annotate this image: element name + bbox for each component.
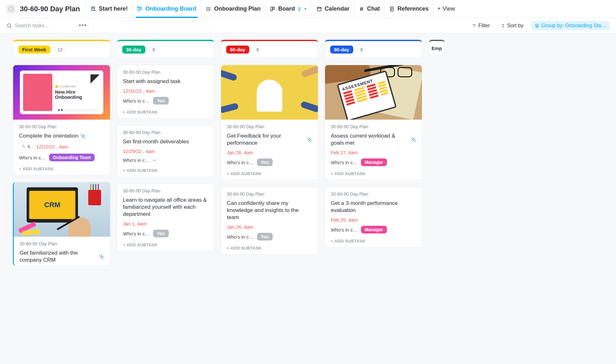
svg-point-14 [23, 145, 23, 145]
card-folder: 30-60-90 Day Plan [227, 191, 312, 197]
svg-rect-4 [140, 7, 142, 10]
card-cover-image: CRM [14, 182, 110, 237]
group-by-button[interactable]: Group by: Onboarding Sta… [532, 21, 610, 30]
task-card[interactable]: 🟡 COMPANY New Hire Onboarding 30-60-90 D… [13, 65, 110, 175]
add-subtask-button[interactable]: + ADD SUBTASK [221, 242, 318, 254]
card-folder: 30-60-90 Day Plan [227, 124, 312, 129]
doc-icon [389, 6, 395, 12]
column-header[interactable]: First Week 12 [13, 40, 110, 58]
task-card[interactable]: 30-60-90 Day Plan Learn to navigate all … [117, 183, 214, 251]
task-card[interactable]: CRM 30-60-90 Day Plan Get familiarized w… [13, 182, 110, 266]
count-chip: 12 [54, 46, 66, 53]
card-folder: 30-60-90 Day Plan [123, 70, 208, 75]
card-date: 12/22/22 , 4am [36, 144, 68, 149]
filter-button[interactable]: Filter [469, 21, 492, 30]
who-label: Who's in c… [227, 160, 254, 165]
cover-tag: 🟡 COMPANY [55, 85, 100, 88]
task-card[interactable]: 30-60-90 Day Plan Can confidently share … [221, 187, 318, 255]
add-subtask-button[interactable]: + ADD SUBTASK [13, 163, 110, 175]
tab-label: Calendar [325, 5, 349, 12]
add-subtask-button[interactable]: + ADD SUBTASK [117, 165, 214, 177]
card-date: Jan 26, 4am [227, 150, 312, 155]
card-cover-image: 🟡 COMPANY New Hire Onboarding [13, 65, 110, 120]
svg-point-2 [94, 10, 96, 11]
tab-board[interactable]: Board 2 ▼ [265, 0, 312, 18]
tab-label: Chat [367, 5, 380, 12]
tab-onboarding-board[interactable]: Onboarding Board [132, 0, 201, 18]
add-subtask-button[interactable]: + ADD SUBTASK [117, 239, 214, 251]
task-card[interactable]: 30-60-90 Day Plan Get Feedback for your … [221, 65, 318, 180]
tab-chat[interactable]: Chat [354, 0, 384, 18]
calendar-icon [316, 6, 322, 12]
tab-label: Onboarding Board [145, 5, 196, 12]
svg-point-13 [7, 24, 11, 27]
assignee-empty: – [153, 157, 156, 163]
svg-point-6 [207, 7, 207, 8]
card-folder: 30-60-90 Day Plan [20, 241, 104, 246]
tab-references[interactable]: References [384, 0, 433, 18]
card-folder: 30-60-90 Day Plan [19, 124, 104, 129]
task-card[interactable]: 30-60-90 Day Plan Start with assigned ta… [117, 65, 214, 119]
svg-point-7 [207, 9, 207, 9]
card-title: Can confidently share my knowledge and i… [227, 200, 312, 221]
add-subtask-button[interactable]: + ADD SUBTASK [325, 235, 422, 247]
task-card[interactable]: 30-60-90 Day Plan Set first-month delive… [117, 125, 214, 177]
card-title: Complete the orientation 📎 [19, 132, 104, 140]
column-header: Emp [429, 40, 445, 56]
sort-button[interactable]: Sort by [498, 21, 526, 30]
count-chip: 6 [149, 46, 159, 53]
svg-rect-9 [271, 7, 272, 11]
chevron-down-icon[interactable]: ▼ [304, 7, 307, 11]
more-menu[interactable]: ••• [75, 22, 91, 29]
tab-badge: 2 [298, 6, 301, 12]
card-date: 12/29/22 , 4am [123, 148, 208, 154]
count-chip: 6 [253, 46, 263, 53]
list-icon [206, 6, 211, 12]
doc-pin-icon [90, 6, 96, 12]
column-edge[interactable]: Emp [429, 40, 445, 56]
app-logo [6, 4, 15, 13]
column-header[interactable]: 60-day 6 [221, 40, 318, 58]
attachment-icon: 📎 [411, 137, 416, 142]
divider [93, 22, 94, 30]
card-title: Set first-month deliverables [123, 138, 208, 145]
card-title: Get familiarized with the company CRM 📎 [20, 250, 104, 264]
card-title: Get a 3-month performance evaluation [331, 200, 416, 214]
board-pin-icon [137, 6, 143, 12]
tab-calendar[interactable]: Calendar [312, 0, 354, 18]
card-title: Assess current workload & goals met 📎 [331, 132, 416, 147]
plus-icon: + [437, 5, 441, 12]
task-card[interactable]: 30-60-90 Day Plan Get a 3-month performa… [325, 187, 422, 248]
svg-rect-10 [273, 7, 275, 10]
hash-icon [359, 6, 364, 12]
column-header[interactable]: 30-day 6 [117, 40, 214, 58]
page-title: 30-60-90 Day Plan [20, 5, 80, 13]
assignee-badge: Manager [361, 158, 387, 166]
stage-pill: 60-day [226, 46, 249, 54]
sort-label: Sort by [507, 23, 524, 29]
filter-label: Filter [478, 23, 490, 29]
add-view-button[interactable]: + View [433, 0, 459, 18]
add-subtask-button[interactable]: + ADD SUBTASK [221, 168, 318, 180]
attachment-icon: 📎 [99, 254, 104, 259]
stage-pill: First Week [18, 46, 50, 54]
toolbar: ••• Filter Sort by Group by: Onboarding … [0, 18, 616, 33]
add-view-label: View [442, 5, 455, 12]
board-area: First Week 12 🟡 COMPANY New Hire Onboard… [0, 33, 616, 272]
tab-onboarding-plan[interactable]: Onboarding Plan [201, 0, 265, 18]
task-card[interactable]: ASSESSMENT 30-60-90 Day Plan Assess curr… [325, 65, 422, 180]
search-icon [6, 23, 12, 29]
svg-point-15 [25, 147, 25, 147]
card-folder: 30-60-90 Day Plan [331, 191, 416, 197]
count-chip: 6 [357, 46, 367, 53]
add-subtask-button[interactable]: + ADD SUBTASK [117, 106, 214, 118]
tab-start-here[interactable]: Start here! [86, 0, 132, 18]
column-first-week: First Week 12 🟡 COMPANY New Hire Onboard… [13, 40, 110, 266]
assignee-badge: You [153, 97, 169, 105]
subtask-count[interactable]: 6 [19, 143, 33, 150]
card-title: Start with assigned task [123, 78, 208, 85]
column-header[interactable]: 90-day 6 [325, 40, 422, 58]
search-input[interactable] [15, 23, 73, 29]
add-subtask-button[interactable]: + ADD SUBTASK [325, 168, 422, 180]
card-folder: 30-60-90 Day Plan [123, 188, 208, 193]
